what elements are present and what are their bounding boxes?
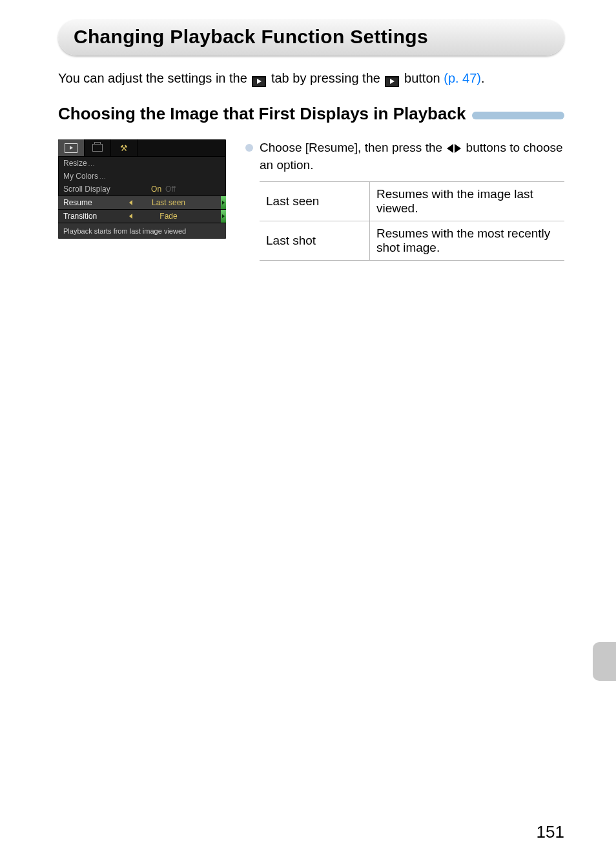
intro-mid: tab by pressing the [271,71,384,85]
option-desc: Resumes with the image last viewed. [370,182,565,221]
option-name: Last shot [260,221,370,261]
camera-menu-row-resize: Resize [58,157,226,170]
print-icon [92,144,103,152]
section-heading-bar [472,112,564,119]
playback-button-icon [385,76,399,87]
table-row: Last seen Resumes with the image last vi… [260,182,564,221]
camera-menu-row-scrolldisplay: Scroll Display OnOff [58,183,226,196]
section-heading-row: Choosing the Image that First Displays i… [58,104,564,124]
intro-suffix: button [404,71,444,85]
camera-menu-label: Transition [63,212,128,221]
camera-menu-label: Resume [63,198,128,207]
table-row: Last shot Resumes with the most recently… [260,221,564,261]
left-arrow-icon [128,200,133,205]
right-arrow-icon [221,210,226,223]
intro-period: . [481,71,485,85]
camera-menu-tabs [58,139,226,157]
camera-tab-playback [58,139,85,156]
instruction-column: Choose [Resume], then press the buttons … [245,139,564,261]
section-heading: Choosing the Image that First Displays i… [58,104,466,124]
page-title: Changing Playback Function Settings [74,26,549,48]
camera-tab-print [85,139,111,156]
camera-menu-value: Fade [133,212,204,221]
camera-menu-label: Scroll Display [63,185,128,194]
left-right-arrow-icon [447,144,461,153]
camera-menu-label: My Colors [63,172,128,181]
page-title-band: Changing Playback Function Settings [58,19,564,56]
section-side-tab [593,642,616,681]
camera-menu-row-transition: Transition Fade [58,210,226,223]
page: Changing Playback Function Settings You … [0,0,616,868]
camera-menu-label: Resize [63,159,128,168]
playback-icon [65,143,77,153]
options-table: Last seen Resumes with the image last vi… [260,181,564,261]
intro-prefix: You can adjust the settings in the [58,71,251,85]
instruction-bullet: Choose [Resume], then press the buttons … [245,139,564,174]
option-desc: Resumes with the most recently shot imag… [370,221,565,261]
intro-text: You can adjust the settings in the tab b… [58,70,564,87]
page-number: 151 [537,822,564,842]
camera-tab-tools [111,139,138,156]
camera-menu-value: OnOff [128,185,199,194]
content-row: Resize My Colors Scroll Display OnOff Re… [58,139,564,261]
bullet-icon [245,144,253,152]
option-name: Last seen [260,182,370,221]
left-arrow-icon [128,214,133,219]
instruction-text: Choose [Resume], then press the buttons … [260,139,564,174]
camera-menu-value: Last seen [133,198,204,207]
camera-menu-screenshot: Resize My Colors Scroll Display OnOff Re… [58,139,226,239]
wrench-icon [120,143,128,153]
camera-menu-row-resume: Resume Last seen [58,196,226,210]
page-reference-link[interactable]: (p. 47) [444,71,481,85]
camera-menu-help: Playback starts from last image viewed [58,223,226,239]
camera-menu-row-mycolors: My Colors [58,170,226,183]
playback-tab-icon [252,76,266,87]
right-arrow-icon [221,196,226,209]
